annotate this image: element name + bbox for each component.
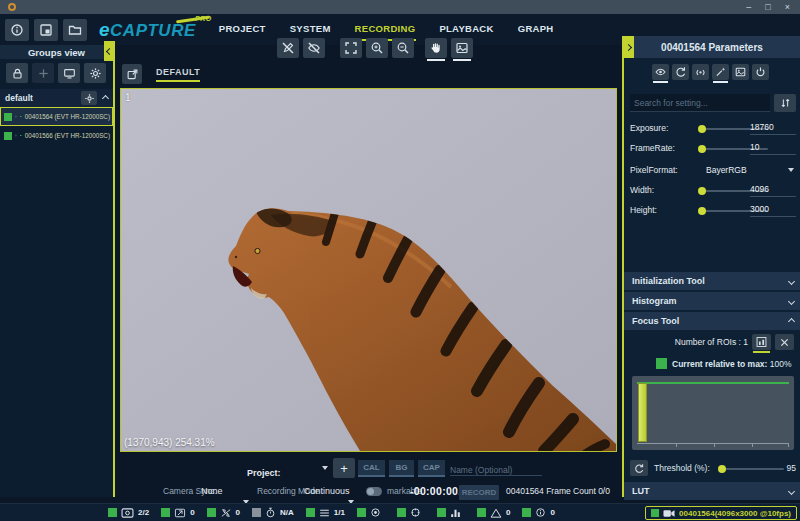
hide-overlay-button[interactable] bbox=[303, 38, 325, 58]
slider-thumb[interactable] bbox=[718, 465, 726, 473]
menu-project[interactable]: PROJECT bbox=[218, 19, 267, 41]
project-select[interactable] bbox=[288, 459, 328, 477]
status-timer[interactable]: N/A bbox=[252, 507, 294, 518]
groups-panel-header: Groups view bbox=[0, 45, 113, 59]
status-cameras[interactable]: 2/2 bbox=[108, 508, 149, 518]
chevron-down-icon[interactable] bbox=[788, 168, 794, 172]
dinosaur-figurine-image bbox=[121, 89, 616, 451]
threshold-refresh-button[interactable] bbox=[630, 460, 648, 476]
refresh-button[interactable] bbox=[672, 64, 689, 80]
parameters-header: 00401564 Parameters bbox=[624, 36, 800, 58]
slider-thumb[interactable] bbox=[698, 125, 706, 133]
framerate-value[interactable]: 10 bbox=[750, 142, 796, 155]
add-project-button[interactable]: + bbox=[333, 458, 355, 478]
video-camera-icon bbox=[20, 112, 22, 121]
maximize-button[interactable]: □ bbox=[765, 0, 770, 14]
status-warnings[interactable]: 0 bbox=[477, 508, 510, 518]
project-label: Project: bbox=[247, 462, 281, 480]
preview-button[interactable] bbox=[652, 64, 669, 80]
play-box-icon[interactable] bbox=[15, 111, 17, 122]
status-bar: 2/2 0 0 N/A 1/1 0 bbox=[0, 503, 800, 521]
groups-toolbar bbox=[0, 59, 113, 87]
menu-graph[interactable]: GRAPH bbox=[517, 19, 555, 41]
tab-default[interactable]: DEFAULT bbox=[156, 67, 200, 82]
dropped-frames-icon bbox=[220, 508, 232, 518]
display-button[interactable] bbox=[58, 63, 80, 83]
pan-tool-button[interactable] bbox=[425, 38, 447, 58]
chevron-up-icon[interactable] bbox=[102, 94, 109, 101]
zoom-out-button[interactable] bbox=[392, 38, 414, 58]
play-box-icon[interactable] bbox=[15, 130, 17, 141]
threshold-value[interactable]: 95 bbox=[787, 463, 796, 473]
settings-search-input[interactable] bbox=[630, 94, 770, 112]
status-export[interactable]: 0 bbox=[161, 508, 194, 518]
section-initialization-tool[interactable]: Initialization Tool bbox=[624, 272, 800, 290]
group-settings-button[interactable] bbox=[84, 63, 106, 83]
width-value[interactable]: 4096 bbox=[750, 184, 796, 197]
snapshot-tool-button[interactable] bbox=[451, 38, 473, 58]
power-button[interactable] bbox=[752, 64, 769, 80]
device-row-00401566[interactable]: 00401566 (EVT HR-12000SC) bbox=[0, 126, 113, 145]
roi-histogram-button[interactable] bbox=[752, 334, 771, 350]
add-group-button[interactable] bbox=[32, 63, 54, 83]
slider-thumb[interactable] bbox=[698, 207, 706, 215]
group-gear-button[interactable] bbox=[81, 91, 97, 105]
app-icon bbox=[8, 3, 16, 11]
about-button[interactable] bbox=[5, 19, 29, 41]
auto-adjust-button[interactable] bbox=[712, 64, 729, 80]
exposure-label: Exposure: bbox=[630, 123, 668, 133]
settings-search-row bbox=[630, 94, 796, 112]
camera-stream-view[interactable]: 1 (1370,943) 254.31% bbox=[120, 88, 617, 452]
status-stats[interactable] bbox=[437, 508, 465, 518]
status-dropped[interactable]: 0 bbox=[207, 508, 240, 518]
active-camera-status[interactable]: 00401564(4096x3000 @10fps) bbox=[645, 506, 797, 520]
section-histogram[interactable]: Histogram bbox=[624, 292, 800, 310]
device-row-00401564[interactable]: 00401564 (EVT HR-12000SC) bbox=[0, 107, 113, 126]
popout-view-button[interactable] bbox=[122, 64, 142, 84]
pixelformat-label: PixelFormat: bbox=[630, 165, 678, 175]
roi-color-swatch bbox=[656, 358, 667, 369]
exposure-value[interactable]: 18760 bbox=[750, 122, 796, 135]
section-focus-tool[interactable]: Focus Tool bbox=[624, 312, 800, 330]
threshold-slider[interactable] bbox=[722, 468, 784, 470]
record-button[interactable]: RECORD bbox=[459, 485, 499, 500]
status-record[interactable] bbox=[357, 507, 385, 518]
status-sync[interactable] bbox=[397, 507, 425, 518]
zoom-in-button[interactable] bbox=[366, 38, 388, 58]
save-image-button[interactable] bbox=[732, 64, 749, 80]
camera-sync-select[interactable]: None bbox=[201, 486, 223, 496]
lock-button[interactable] bbox=[6, 63, 28, 83]
layout-button[interactable] bbox=[34, 19, 58, 41]
status-info[interactable]: 0 bbox=[522, 507, 554, 518]
hide-annotations-button[interactable] bbox=[277, 38, 299, 58]
focus-axis bbox=[637, 443, 789, 444]
sort-settings-button[interactable] bbox=[774, 94, 796, 112]
open-project-button[interactable] bbox=[63, 19, 87, 41]
slider-thumb[interactable] bbox=[698, 145, 706, 153]
slider-thumb[interactable] bbox=[698, 187, 706, 195]
stream-button[interactable] bbox=[692, 64, 709, 80]
warning-icon bbox=[490, 508, 502, 518]
roi-close-button[interactable] bbox=[775, 334, 794, 350]
section-lut[interactable]: LUT bbox=[624, 482, 800, 500]
expand-panel-button[interactable] bbox=[622, 36, 634, 58]
name-input[interactable] bbox=[450, 465, 542, 476]
height-value[interactable]: 3000 bbox=[750, 204, 796, 217]
group-row-default[interactable]: default bbox=[0, 89, 113, 107]
fit-to-screen-button[interactable] bbox=[340, 38, 362, 58]
device-label: 00401566 (EVT HR-12000SC) bbox=[25, 132, 110, 139]
collapse-groups-button[interactable] bbox=[104, 41, 115, 61]
bg-button[interactable]: BG bbox=[389, 460, 414, 477]
markable-toggle[interactable] bbox=[366, 487, 382, 496]
refresh-icon bbox=[674, 66, 687, 78]
recording-mode-select[interactable]: Continuous bbox=[304, 486, 350, 496]
overlay-toggle-group bbox=[277, 38, 325, 58]
status-views[interactable]: 1/1 bbox=[306, 508, 345, 518]
pixelformat-select[interactable]: BayerRGB bbox=[706, 165, 747, 175]
minimize-button[interactable]: – bbox=[746, 0, 751, 14]
cap-button[interactable]: CAP bbox=[418, 460, 445, 477]
close-button[interactable]: × bbox=[785, 0, 790, 14]
bar-chart-icon bbox=[450, 508, 461, 518]
zoom-out-icon bbox=[396, 41, 410, 55]
cal-button[interactable]: CAL bbox=[358, 460, 385, 477]
